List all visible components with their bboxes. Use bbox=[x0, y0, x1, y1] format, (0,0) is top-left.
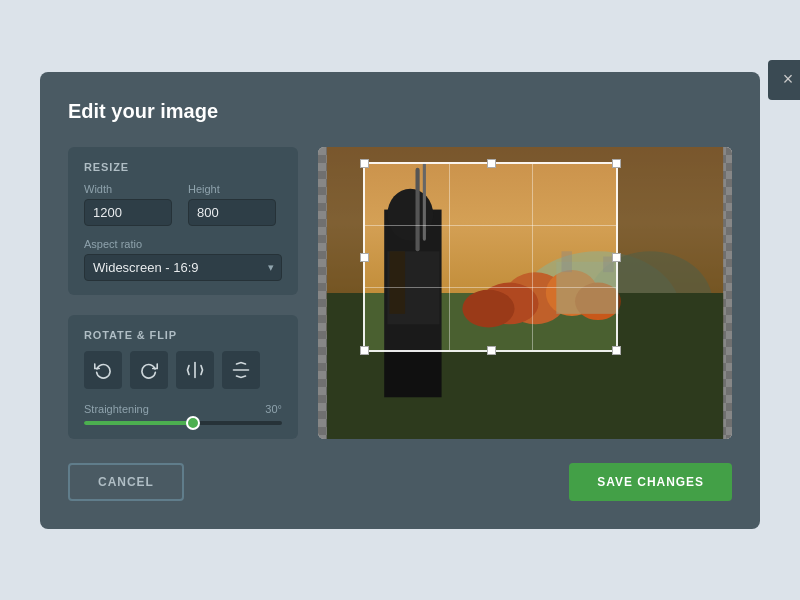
slider-thumb[interactable] bbox=[186, 416, 200, 430]
aspect-ratio-select[interactable]: Widescreen - 16:9 Square - 1:1 Portrait … bbox=[84, 254, 282, 281]
cancel-button[interactable]: CANCEL bbox=[68, 463, 184, 501]
straighten-row: Straightening 30° bbox=[84, 403, 282, 425]
rotate-left-button[interactable] bbox=[84, 351, 122, 389]
rotate-right-button[interactable] bbox=[130, 351, 168, 389]
straighten-value: 30° bbox=[265, 403, 282, 415]
rotate-buttons bbox=[84, 351, 282, 389]
rotate-section: ROTATE & FLIP bbox=[68, 315, 298, 439]
height-input[interactable] bbox=[188, 199, 276, 226]
close-icon: × bbox=[783, 69, 794, 90]
straighten-label: Straightening bbox=[84, 403, 149, 415]
aspect-ratio-wrapper: Widescreen - 16:9 Square - 1:1 Portrait … bbox=[84, 254, 282, 281]
crop-darken-top bbox=[318, 147, 732, 162]
width-label: Width bbox=[84, 183, 172, 195]
width-field-group: Width bbox=[84, 183, 172, 226]
handle-top-right[interactable] bbox=[612, 159, 621, 168]
width-input[interactable] bbox=[84, 199, 172, 226]
action-bar: CANCEL SAVE CHANGES bbox=[68, 463, 732, 501]
slider-fill bbox=[84, 421, 193, 425]
modal-title: Edit your image bbox=[68, 100, 732, 123]
handle-bottom-center[interactable] bbox=[487, 346, 496, 355]
crop-overlay[interactable] bbox=[363, 162, 618, 352]
height-label: Height bbox=[188, 183, 276, 195]
flip-horizontal-button[interactable] bbox=[176, 351, 214, 389]
edit-image-modal: × Edit your image RESIZE Width Height bbox=[40, 72, 760, 529]
flip-vertical-button[interactable] bbox=[222, 351, 260, 389]
handle-top-left[interactable] bbox=[360, 159, 369, 168]
handle-middle-left[interactable] bbox=[360, 253, 369, 262]
height-field-group: Height bbox=[188, 183, 276, 226]
crop-darken-right bbox=[618, 162, 732, 352]
resize-label: RESIZE bbox=[84, 161, 282, 173]
rotate-label: ROTATE & FLIP bbox=[84, 329, 282, 341]
save-button[interactable]: SAVE CHANGES bbox=[569, 463, 732, 501]
aspect-ratio-label: Aspect ratio bbox=[84, 238, 282, 250]
image-panel bbox=[318, 147, 732, 439]
handle-bottom-right[interactable] bbox=[612, 346, 621, 355]
straighten-header: Straightening 30° bbox=[84, 403, 282, 415]
grid-line-v1 bbox=[449, 164, 450, 350]
close-button[interactable]: × bbox=[768, 60, 800, 100]
image-canvas bbox=[318, 147, 732, 439]
resize-fields: Width Height bbox=[84, 183, 282, 226]
resize-section: RESIZE Width Height Aspect ratio bbox=[68, 147, 298, 295]
grid-line-h1 bbox=[365, 225, 616, 226]
left-panel: RESIZE Width Height Aspect ratio bbox=[68, 147, 298, 439]
straighten-slider-track[interactable] bbox=[84, 421, 282, 425]
handle-top-center[interactable] bbox=[487, 159, 496, 168]
grid-line-h2 bbox=[365, 287, 616, 288]
modal-overlay: × Edit your image RESIZE Width Height bbox=[0, 0, 800, 600]
modal-body: RESIZE Width Height Aspect ratio bbox=[68, 147, 732, 439]
grid-line-v2 bbox=[532, 164, 533, 350]
handle-middle-right[interactable] bbox=[612, 253, 621, 262]
crop-darken-left bbox=[318, 162, 363, 352]
crop-grid bbox=[365, 164, 616, 350]
crop-darken-bottom bbox=[318, 352, 732, 439]
handle-bottom-left[interactable] bbox=[360, 346, 369, 355]
